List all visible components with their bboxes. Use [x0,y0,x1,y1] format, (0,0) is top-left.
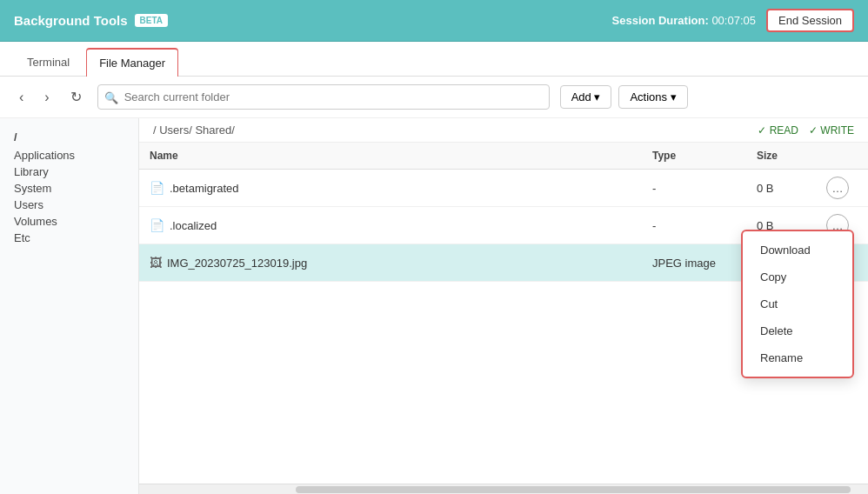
search-icon: 🔍 [104,90,118,103]
context-menu-rename[interactable]: Rename [743,344,852,371]
context-menu-cut[interactable]: Cut [743,290,852,317]
row-actions-button[interactable]: … [826,177,849,199]
current-path: / Users/ Shared/ [153,124,235,137]
tab-file-manager[interactable]: File Manager [86,48,178,77]
top-header: Background Tools BETA Session Duration: … [0,0,868,42]
table-row[interactable]: 📄 .betamigrated - 0 B … [139,170,868,207]
col-size: Size [746,143,816,170]
file-type: - [642,170,746,207]
sidebar-item-users[interactable]: Users [14,197,124,213]
file-area: / Users/ Shared/ ✓ READ ✓ WRITE Name Typ… [139,118,868,494]
context-menu-delete[interactable]: Delete [743,317,852,344]
sidebar: / Applications Library System Users Volu… [0,118,139,494]
permissions: ✓ READ ✓ WRITE [758,124,854,137]
add-button[interactable]: Add ▾ [560,85,612,109]
file-name-cell: 📄 .betamigrated [150,181,631,195]
read-permission: ✓ READ [758,124,798,137]
end-session-button[interactable]: End Session [766,9,854,32]
context-menu: Download Copy Cut Delete Rename [741,230,854,378]
session-controls: Session Duration: 00:07:05 End Session [612,9,854,32]
col-name: Name [139,143,642,170]
sidebar-item-root[interactable]: / [14,129,124,145]
beta-badge: BETA [135,14,168,27]
main-layout: / Applications Library System Users Volu… [0,118,868,494]
file-type: - [642,207,746,244]
back-button[interactable]: ‹ [14,86,29,109]
actions-button[interactable]: Actions ▾ [618,85,687,109]
path-bar: / Users/ Shared/ ✓ READ ✓ WRITE [139,118,868,143]
sidebar-item-etc[interactable]: Etc [14,230,124,246]
file-name: IMG_20230725_123019.jpg [167,257,307,270]
write-permission: ✓ WRITE [809,124,854,137]
sidebar-item-volumes[interactable]: Volumes [14,213,124,230]
sidebar-item-library[interactable]: Library [14,164,124,180]
toolbar: ‹ › ↻ 🔍 Add ▾ Actions ▾ [0,77,868,118]
file-table: Name Type Size 📄 .betamigrated [139,143,868,484]
file-icon: 🖼 [150,256,162,270]
file-name: .betamigrated [170,182,239,195]
table-header: Name Type Size [139,143,868,170]
search-bar: 🔍 [97,84,550,110]
file-icon: 📄 [150,181,164,195]
tab-terminal[interactable]: Terminal [14,48,83,76]
forward-button[interactable]: › [39,86,54,109]
file-type: JPEG image [642,244,746,282]
col-type: Type [642,143,746,170]
file-name-cell: 📄 .localized [150,218,631,232]
app-branding: Background Tools BETA [14,13,168,28]
session-time: 00:07:05 [711,14,756,27]
col-actions [816,143,868,170]
file-icon: 📄 [150,218,164,232]
file-name-cell: 🖼 IMG_20230725_123019.jpg [150,256,631,270]
session-duration: Session Duration: 00:07:05 [612,14,756,27]
file-size: 0 B [746,170,816,207]
search-input[interactable] [97,84,550,110]
file-name: .localized [170,219,217,232]
nav-tabs: Terminal File Manager [0,42,868,77]
app-title: Background Tools [14,13,128,28]
sidebar-item-system[interactable]: System [14,180,124,197]
scroll-thumb[interactable] [296,486,851,493]
context-menu-download[interactable]: Download [743,237,852,264]
refresh-button[interactable]: ↻ [65,85,87,109]
context-menu-copy[interactable]: Copy [743,264,852,290]
sidebar-item-applications[interactable]: Applications [14,147,124,164]
horizontal-scrollbar[interactable] [139,484,868,494]
toolbar-right: Add ▾ Actions ▾ [560,85,688,109]
